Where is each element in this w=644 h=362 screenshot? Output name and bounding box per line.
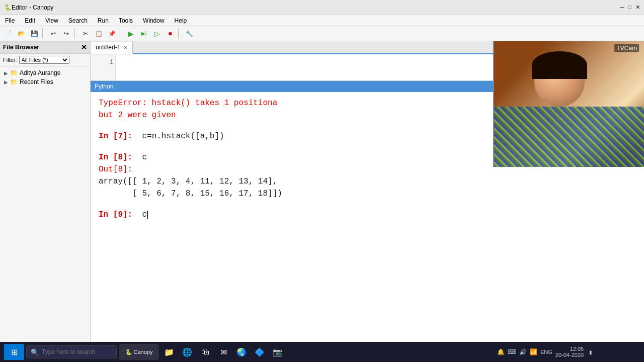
taskbar-time: 12:05	[570, 346, 584, 352]
profile-btn[interactable]: 🔧	[183, 28, 195, 40]
menu-window[interactable]: Window	[138, 15, 170, 26]
run-next-btn[interactable]: ▷	[151, 28, 163, 40]
array-line-2: [ 5, 6, 7, 8, 15, 16, 17, 18]])	[99, 188, 636, 200]
error-text-1: TypeError: hstack() takes 1 positiona	[99, 99, 277, 108]
prompt-7: In [7]:	[99, 132, 132, 141]
prompt-9: In [9]:	[99, 210, 132, 219]
array-text-2: [ 5, 6, 7, 8, 15, 16, 17, 18]])	[99, 189, 282, 198]
taskbar: ⊞ 🔍 🐍 Canopy 📁 🌐 🛍 ✉ 🌏 🔷 📷	[0, 342, 493, 362]
filter-select[interactable]: All Files (*)	[19, 56, 69, 64]
taskbar-mail[interactable]: ✉	[215, 344, 231, 360]
taskbar-keyboard-icon: ⌨	[508, 348, 516, 355]
tree-label-recent: Recent Files	[20, 78, 53, 85]
search-input[interactable]	[42, 348, 112, 355]
code-8: c	[137, 153, 147, 162]
paste-btn[interactable]: 📌	[106, 28, 118, 40]
redo-btn[interactable]: ↪	[60, 28, 72, 40]
code-7: c=n.hstack([a,b])	[137, 132, 224, 141]
tab-close-untitled-1[interactable]: ✕	[123, 45, 127, 50]
out-prompt-8: Out[8]:	[99, 165, 132, 174]
tree-item-recent[interactable]: ▶ 📁 Recent Files	[2, 77, 88, 86]
sidebar-close-btn[interactable]: ✕	[81, 43, 87, 51]
line-number-1: 1	[93, 58, 113, 66]
folder-icon-aditya: 📁	[10, 69, 18, 76]
tab-untitled-1[interactable]: untitled-1 ✕	[91, 42, 133, 54]
tree-arrow-aditya: ▶	[4, 70, 8, 76]
tab-label-untitled-1: untitled-1	[96, 44, 120, 51]
tree-label-aditya: Aditya Aurange	[20, 69, 60, 76]
error-text-2: but 2 were given	[99, 111, 176, 120]
taskbar-cam[interactable]: 📷	[270, 344, 286, 360]
menu-search[interactable]: Search	[63, 15, 93, 26]
taskbar-volume-icon[interactable]: 🔊	[519, 348, 527, 355]
title-text: Editor - Canopy	[12, 4, 53, 11]
person-shirt	[494, 107, 644, 167]
cursor	[147, 211, 148, 219]
console-header-label: Python	[95, 83, 113, 90]
cut-btn[interactable]: ✂	[79, 28, 92, 40]
start-btn[interactable]: ⊞	[4, 344, 24, 360]
taskbar-canopy[interactable]: 🐍 Canopy	[119, 344, 159, 360]
taskbar-edge[interactable]: 🌐	[179, 344, 195, 360]
person-hair	[532, 51, 587, 79]
maximize-btn[interactable]: □	[628, 4, 631, 11]
array-line-1: array([[ 1, 2, 3, 4, 11, 12, 13, 14],	[99, 175, 636, 188]
taskbar-chrome[interactable]: 🌏	[233, 344, 250, 360]
webcam-feed	[494, 41, 644, 167]
webcam-panel: TVCam	[493, 41, 644, 167]
prompt-8: In [8]:	[99, 153, 132, 162]
search-icon: 🔍	[31, 348, 39, 356]
run-selection-btn[interactable]: ▶|	[138, 28, 150, 40]
menu-run[interactable]: Run	[93, 15, 114, 26]
menu-view[interactable]: View	[40, 15, 63, 26]
open-btn[interactable]: 📂	[15, 28, 27, 40]
taskbar-net[interactable]: 🔷	[252, 344, 268, 360]
line-numbers: 1	[91, 54, 116, 80]
taskbar-notification-icon[interactable]: 🔔	[497, 348, 505, 355]
taskbar-language: ENG	[540, 349, 552, 355]
sidebar-title: File Browser	[3, 44, 39, 51]
copy-btn[interactable]: 📋	[93, 28, 105, 40]
tree-arrow-recent: ▶	[4, 79, 8, 85]
folder-icon-recent: 📁	[10, 78, 18, 85]
new-btn[interactable]: 📄	[2, 28, 14, 40]
array-text-1: array([[ 1, 2, 3, 4, 11, 12, 13, 14],	[99, 177, 277, 186]
undo-btn[interactable]: ↩	[47, 28, 59, 40]
taskbar-show-desktop[interactable]: ▮	[587, 349, 592, 355]
close-btn[interactable]: ✕	[635, 4, 640, 11]
taskbar-explorer[interactable]: 📁	[161, 344, 177, 360]
menu-tools[interactable]: Tools	[114, 15, 138, 26]
file-filter: Filter: All Files (*)	[0, 54, 90, 66]
filter-label: Filter:	[3, 57, 17, 63]
sidebar-header: File Browser ✕	[0, 41, 90, 54]
taskbar-store[interactable]: 🛍	[197, 344, 213, 360]
taskbar-date: 20-04-2020	[555, 352, 584, 358]
taskbar-right: 🔔 ⌨ 🔊 📶 ENG 12:05 20-04-2020 ▮	[493, 342, 644, 362]
sidebar: File Browser ✕ Filter: All Files (*) ▶ 📁…	[0, 41, 91, 342]
input-line-9: In [9]: c	[99, 209, 636, 221]
menu-bar: File Edit View Search Run Tools Window H…	[0, 15, 644, 26]
menu-edit[interactable]: Edit	[20, 15, 40, 26]
tree-item-aditya[interactable]: ▶ 📁 Aditya Aurange	[2, 68, 88, 77]
code-9: c	[137, 210, 147, 219]
title-bar: 🐍 Editor - Canopy ─ □ ✕	[0, 0, 644, 15]
webcam-label: TVCam	[614, 44, 639, 52]
taskbar-network-icon[interactable]: 📶	[530, 348, 537, 355]
minimize-btn[interactable]: ─	[620, 4, 624, 11]
search-bar[interactable]: 🔍	[26, 345, 117, 358]
run-btn[interactable]: ▶	[125, 28, 137, 40]
stop-btn[interactable]: ■	[164, 28, 176, 40]
file-tree: ▶ 📁 Aditya Aurange ▶ 📁 Recent Files	[0, 66, 90, 342]
app-icon: 🐍	[4, 4, 12, 11]
menu-help[interactable]: Help	[170, 15, 192, 26]
menu-file[interactable]: File	[0, 15, 20, 26]
save-btn[interactable]: 💾	[28, 28, 40, 40]
toolbar: 📄 📂 💾 ↩ ↪ ✂ 📋 📌 ▶ ▶| ▷ ■ 🔧	[0, 26, 644, 41]
